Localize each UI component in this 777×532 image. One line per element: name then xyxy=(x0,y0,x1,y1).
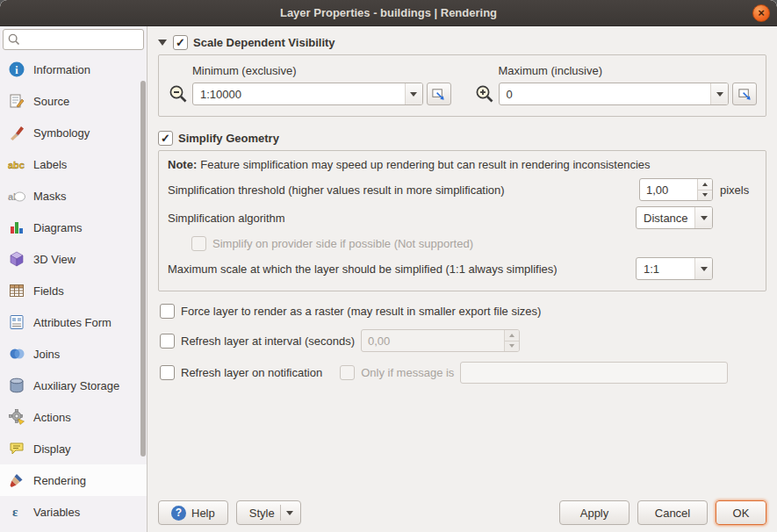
threshold-label: Simplification threshold (higher values … xyxy=(168,183,639,197)
window-title: Layer Properties - buildings | Rendering xyxy=(280,6,497,19)
force-raster-checkbox[interactable] xyxy=(160,304,175,319)
sidebar-item-variables[interactable]: ε Variables xyxy=(0,496,147,528)
refresh-interval-spinbox: 0,00 xyxy=(361,329,520,352)
ok-button-label: OK xyxy=(733,507,750,520)
help-icon: ? xyxy=(171,506,186,521)
symbology-icon xyxy=(7,123,26,142)
dialog-footer: ? Help Style Apply Cancel OK xyxy=(158,495,766,525)
sidebar-item-label: Actions xyxy=(33,411,71,424)
refresh-interval-value: 0,00 xyxy=(362,330,504,351)
sidebar-item-label: Labels xyxy=(33,158,67,171)
masks-icon: abc xyxy=(7,186,26,205)
algorithm-value: Distance xyxy=(637,212,694,225)
sidebar-search[interactable] xyxy=(3,29,144,50)
sidebar-item-diagrams[interactable]: Diagrams xyxy=(0,212,147,243)
threshold-spinbox[interactable]: 1,00 xyxy=(639,178,713,201)
variables-icon: ε xyxy=(7,502,26,521)
chevron-down-icon[interactable] xyxy=(694,258,712,279)
help-button[interactable]: ? Help xyxy=(158,500,228,525)
force-raster-row: Force layer to render as a raster (may r… xyxy=(158,304,766,319)
chevron-down-icon xyxy=(286,511,293,515)
chevron-down-icon[interactable] xyxy=(694,207,712,228)
labels-icon: abc xyxy=(7,155,26,174)
sidebar-item-label: Joins xyxy=(33,348,60,361)
sidebar-item-label: Source xyxy=(33,95,69,108)
only-if-message-label: Only if message is xyxy=(361,366,454,379)
source-icon xyxy=(7,91,26,111)
sidebar-item-masks[interactable]: abc Masks xyxy=(0,180,147,212)
refresh-notification-checkbox[interactable] xyxy=(160,365,175,380)
spinner-arrows-icon xyxy=(504,330,519,351)
scale-visibility-header: Scale Dependent Visibility xyxy=(158,35,766,50)
minimum-scale-column: Minimum (exclusive) 1:10000 xyxy=(168,64,451,105)
collapse-chevron-icon[interactable] xyxy=(158,40,167,46)
sidebar-item-label: Fields xyxy=(33,284,64,298)
joins-icon xyxy=(7,344,26,363)
sidebar-item-auxiliary-storage[interactable]: Auxiliary Storage xyxy=(0,370,147,401)
cancel-button[interactable]: Cancel xyxy=(637,500,708,525)
sidebar-item-display[interactable]: Display xyxy=(0,433,147,464)
zoom-in-icon xyxy=(474,83,495,104)
refresh-interval-checkbox[interactable] xyxy=(160,334,175,349)
maximum-scale-value: 0 xyxy=(500,88,711,101)
simplify-geometry-checkbox[interactable] xyxy=(158,131,173,146)
spinner-arrows-icon[interactable] xyxy=(697,179,712,200)
zoom-out-icon xyxy=(168,83,189,104)
cancel-button-label: Cancel xyxy=(655,507,690,520)
threshold-value: 1,00 xyxy=(640,179,697,200)
provider-side-label: Simplify on provider side if possible (N… xyxy=(212,237,473,250)
only-if-message-checkbox xyxy=(340,365,355,380)
attributes-form-icon xyxy=(7,313,26,332)
minimum-scale-combobox[interactable]: 1:10000 xyxy=(192,83,423,105)
sidebar-item-information[interactable]: i Information xyxy=(0,54,147,85)
sidebar-item-label: Diagrams xyxy=(33,221,83,234)
help-button-label: Help xyxy=(191,507,215,520)
note-text: Feature simplification may speed up rend… xyxy=(200,158,650,171)
information-icon: i xyxy=(7,60,26,79)
refresh-notification-row: Refresh layer on notification Only if me… xyxy=(158,362,766,384)
chevron-down-icon[interactable] xyxy=(710,83,728,104)
threshold-unit-label: pixels xyxy=(713,183,757,197)
algorithm-combobox[interactable]: Distance xyxy=(636,206,713,229)
close-icon[interactable]: × xyxy=(752,4,770,22)
sidebar-item-source[interactable]: Source xyxy=(0,85,147,117)
note-label: Note: xyxy=(168,158,197,171)
sidebar-item-3d-view[interactable]: 3D View xyxy=(0,243,147,275)
style-menu-button[interactable]: Style xyxy=(236,500,301,525)
sidebar-item-joins[interactable]: Joins xyxy=(0,338,147,370)
sidebar-item-actions[interactable]: Actions xyxy=(0,401,147,433)
max-simplify-scale-row: Maximum scale at which the layer should … xyxy=(168,257,757,280)
algorithm-label: Simplification algorithm xyxy=(168,212,636,225)
set-maximum-to-canvas-scale-button[interactable] xyxy=(732,83,757,105)
search-input[interactable] xyxy=(21,33,140,47)
sidebar-item-label: Attributes Form xyxy=(33,316,112,329)
sidebar-item-symbology[interactable]: Symbology xyxy=(0,117,147,148)
maximum-scale-combobox[interactable]: 0 xyxy=(499,83,730,105)
max-simplify-scale-combobox[interactable]: 1:1 xyxy=(636,257,713,280)
sidebar-item-attributes-form[interactable]: Attributes Form xyxy=(0,306,147,338)
sidebar-scrollbar[interactable] xyxy=(140,81,146,457)
sidebar-item-label: Variables xyxy=(33,506,80,519)
sidebar-item-label: Display xyxy=(33,442,71,456)
set-to-canvas-scale-icon xyxy=(431,87,446,102)
sidebar-item-label: Rendering xyxy=(33,474,86,487)
max-simplify-scale-value: 1:1 xyxy=(637,262,694,276)
ok-button[interactable]: OK xyxy=(716,500,766,525)
notification-message-input xyxy=(460,362,728,384)
sidebar-item-fields[interactable]: Fields xyxy=(0,275,147,306)
rendering-icon xyxy=(7,471,26,490)
sidebar-item-label: 3D View xyxy=(33,253,76,266)
scale-visibility-checkbox[interactable] xyxy=(173,35,188,50)
simplify-geometry-header: Simplify Geometry xyxy=(158,131,766,146)
sidebar-item-rendering[interactable]: Rendering xyxy=(0,464,147,496)
chevron-down-icon[interactable] xyxy=(405,83,422,104)
sidebar-item-labels[interactable]: abc Labels xyxy=(0,148,147,180)
maximum-scale-label: Maximum (inclusive) xyxy=(499,64,758,77)
apply-button[interactable]: Apply xyxy=(559,500,630,525)
set-minimum-to-canvas-scale-button[interactable] xyxy=(427,83,451,105)
menu-separator xyxy=(280,505,281,521)
sidebar: i Information Source Symbology xyxy=(0,26,147,532)
titlebar[interactable]: Layer Properties - buildings | Rendering… xyxy=(0,0,777,26)
sidebar-item-label: Auxiliary Storage xyxy=(33,379,119,392)
force-raster-label: Force layer to render as a raster (may r… xyxy=(181,305,541,318)
